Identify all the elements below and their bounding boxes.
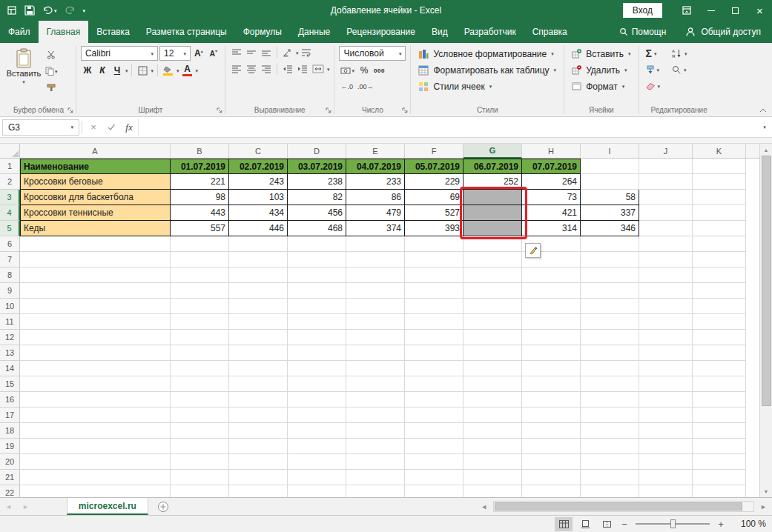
cell-I11[interactable] [581, 314, 639, 330]
row-header-20[interactable]: 20 [0, 454, 20, 470]
column-header-I[interactable]: I [581, 144, 639, 159]
cell-F12[interactable] [405, 330, 463, 345]
cell-B22[interactable] [171, 485, 229, 497]
cell-D18[interactable] [288, 423, 346, 439]
cell-B8[interactable] [171, 267, 229, 283]
clear-button[interactable]: ▾ [644, 79, 663, 93]
cell-D13[interactable] [288, 345, 346, 361]
cell-B20[interactable] [171, 454, 229, 470]
align-bottom-button[interactable] [260, 46, 273, 59]
cell-F18[interactable] [405, 423, 463, 439]
cell-D6[interactable] [288, 236, 346, 252]
cell-E15[interactable] [346, 376, 405, 392]
cell-C15[interactable] [229, 376, 288, 392]
decrease-font-size-button[interactable]: А▾ [207, 47, 220, 60]
cell-K13[interactable] [693, 345, 746, 361]
cell-A3[interactable]: Кроссовки для баскетбола [20, 190, 171, 205]
cell-E9[interactable] [346, 283, 405, 299]
cell-B18[interactable] [171, 423, 229, 439]
cell-A2[interactable]: Кроссовки беговые [20, 174, 171, 190]
autosum-button[interactable]: Σ▾ [644, 46, 663, 61]
column-header-D[interactable]: D [288, 144, 346, 159]
row-header-3[interactable]: 3 [0, 190, 20, 205]
cell-H22[interactable] [522, 485, 581, 497]
cell-J3[interactable] [639, 190, 693, 205]
font-dialog-launcher-icon[interactable] [217, 107, 222, 113]
cell-I17[interactable] [581, 408, 639, 423]
cell-D16[interactable] [288, 392, 346, 408]
cell-H16[interactable] [522, 392, 581, 408]
cell-C12[interactable] [229, 330, 288, 345]
ribbon-tab-5[interactable]: Данные [290, 21, 338, 43]
qat-customize-icon[interactable]: ▾ [83, 8, 86, 13]
cell-K11[interactable] [693, 314, 746, 330]
collapse-ribbon-icon[interactable] [759, 108, 767, 113]
format-as-table-button[interactable]: Форматировать как таблицу▾ [415, 62, 559, 78]
cell-H10[interactable] [522, 299, 581, 314]
cell-C21[interactable] [229, 470, 288, 485]
cell-I22[interactable] [581, 485, 639, 497]
number-dialog-launcher-icon[interactable] [402, 107, 408, 113]
cell-C5[interactable]: 446 [229, 221, 288, 236]
cell-A15[interactable] [20, 376, 171, 392]
cell-J14[interactable] [639, 361, 693, 376]
cell-I18[interactable] [581, 423, 639, 439]
conditional-formatting-button[interactable]: Условное форматирование▾ [415, 46, 559, 61]
cell-F7[interactable] [405, 252, 463, 267]
fill-button[interactable]: ▾ [644, 62, 663, 77]
ribbon-tab-10[interactable]: Помощн [611, 21, 675, 43]
cell-H12[interactable] [522, 330, 581, 345]
align-left-button[interactable] [230, 62, 243, 76]
cell-F9[interactable] [405, 283, 463, 299]
cell-D8[interactable] [288, 267, 346, 283]
fill-color-button[interactable] [162, 64, 175, 77]
cell-H21[interactable] [522, 470, 581, 485]
cell-A14[interactable] [20, 361, 171, 376]
cell-J19[interactable] [639, 439, 693, 454]
cell-A6[interactable] [20, 236, 171, 252]
cell-G19[interactable] [463, 439, 522, 454]
sheet-prev-icon[interactable]: ◄ [0, 503, 17, 511]
cell-B11[interactable] [171, 314, 229, 330]
cell-I7[interactable] [581, 252, 639, 267]
row-header-6[interactable]: 6 [0, 236, 20, 252]
cell-F15[interactable] [405, 376, 463, 392]
cell-G22[interactable] [463, 485, 522, 497]
cell-K9[interactable] [693, 283, 746, 299]
cell-A19[interactable] [20, 439, 171, 454]
cell-C20[interactable] [229, 454, 288, 470]
cell-K17[interactable] [693, 408, 746, 423]
cell-C9[interactable] [229, 283, 288, 299]
cell-F2[interactable]: 229 [405, 174, 463, 190]
sign-in-button[interactable]: Вход [623, 3, 662, 18]
cell-C2[interactable]: 243 [229, 174, 288, 190]
cell-J6[interactable] [639, 236, 693, 252]
cell-G5[interactable] [463, 221, 522, 236]
cell-F6[interactable] [405, 236, 463, 252]
cell-G12[interactable] [463, 330, 522, 345]
cell-D12[interactable] [288, 330, 346, 345]
cell-G21[interactable] [463, 470, 522, 485]
cell-I14[interactable] [581, 361, 639, 376]
cell-F16[interactable] [405, 392, 463, 408]
cell-K22[interactable] [693, 485, 746, 497]
cell-B15[interactable] [171, 376, 229, 392]
undo-dropdown-icon[interactable]: ▾ [54, 8, 57, 13]
cell-H11[interactable] [522, 314, 581, 330]
cell-C6[interactable] [229, 236, 288, 252]
cell-B19[interactable] [171, 439, 229, 454]
clipboard-dialog-launcher-icon[interactable] [67, 107, 73, 113]
cell-I16[interactable] [581, 392, 639, 408]
ribbon-tab-0[interactable]: Файл [0, 21, 39, 43]
cell-D4[interactable]: 456 [288, 205, 346, 221]
cell-E13[interactable] [346, 345, 405, 361]
cell-G4[interactable] [463, 205, 522, 221]
cell-H13[interactable] [522, 345, 581, 361]
cell-E21[interactable] [346, 470, 405, 485]
cell-K8[interactable] [693, 267, 746, 283]
cell-H4[interactable]: 421 [522, 205, 581, 221]
cell-J12[interactable] [639, 330, 693, 345]
font-color-button[interactable]: А [181, 64, 194, 77]
cell-G1[interactable]: 06.07.2019 [463, 159, 522, 174]
cell-C3[interactable]: 103 [229, 190, 288, 205]
